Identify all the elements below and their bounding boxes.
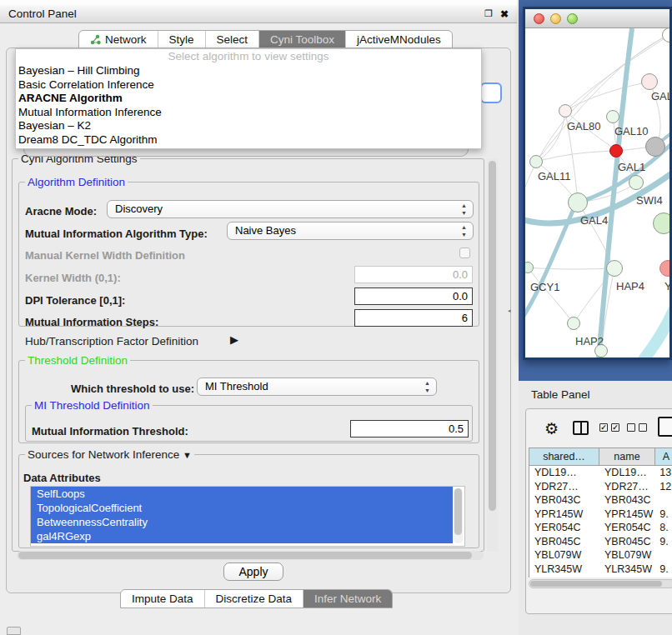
table-row[interactable]: YBL079WYBL079W xyxy=(529,548,672,562)
scrollbar-thumb[interactable] xyxy=(489,161,496,511)
table-cell[interactable]: YLR345W xyxy=(599,562,654,577)
unchecked-checkbox-icon[interactable] xyxy=(639,423,647,432)
table-cell[interactable] xyxy=(654,493,672,508)
tab-select[interactable]: Select xyxy=(206,31,260,48)
table-row[interactable]: YDR27…YDR27…12 xyxy=(529,480,672,494)
network-node-gal4[interactable] xyxy=(568,192,588,212)
table-row[interactable]: YLR345WYLR345W9. xyxy=(529,562,672,577)
table-row[interactable]: YBR043CYBR043C xyxy=(529,493,672,508)
table-cell[interactable]: 9. xyxy=(654,535,672,549)
columns-icon[interactable] xyxy=(573,421,589,435)
table-cell[interactable]: 9 xyxy=(654,576,672,578)
node-table[interactable]: shared…nameA YDL19…YDL19…13YDR27…YDR27…1… xyxy=(529,448,672,578)
tab-jactivemnodules[interactable]: jActiveMNodules xyxy=(346,31,452,48)
manual-kernel-checkbox[interactable] xyxy=(459,248,470,258)
dpi-tolerance-input[interactable] xyxy=(354,288,473,305)
table-cell[interactable]: YBL079W xyxy=(529,548,599,562)
table-horizontal-scrollbar[interactable] xyxy=(529,579,672,588)
checked-checkbox-icon[interactable]: ✓ xyxy=(611,423,619,432)
table-cell[interactable]: 13 xyxy=(654,466,672,480)
table-cell[interactable]: 9. xyxy=(654,508,672,522)
network-view-window[interactable]: GALGAL80GAL10GAL1GAL11SWI4GAL4HAP4YGCY1H… xyxy=(523,7,672,360)
network-window-titlebar[interactable] xyxy=(525,9,669,28)
attributes-vertical-scrollbar[interactable] xyxy=(454,488,463,543)
column-header[interactable]: name xyxy=(599,448,655,466)
table-cell[interactable]: YBR045C xyxy=(599,535,654,549)
aracne-mode-combobox[interactable]: Discovery ▲▼ xyxy=(107,200,474,218)
table-cell[interactable] xyxy=(654,548,672,562)
table-body[interactable]: YDL19…YDL19…13YDR27…YDR27…12YBR043CYBR04… xyxy=(529,466,672,578)
algorithm-option[interactable]: Dream8 DC_TDC Algorithm xyxy=(16,133,481,148)
network-node-gal10[interactable] xyxy=(606,110,619,123)
scrollbar-thumb[interactable] xyxy=(530,581,662,587)
table-cell[interactable]: 12 xyxy=(654,480,672,494)
tab-cyni-toolbox[interactable]: Cyni Toolbox xyxy=(259,31,346,48)
scrollbar-thumb[interactable] xyxy=(18,552,472,559)
table-row[interactable]: YDL19…YDL19…13 xyxy=(529,466,672,480)
table-cell[interactable]: YDL19… xyxy=(529,466,599,480)
mi-threshold-input[interactable] xyxy=(350,420,469,438)
table-cell[interactable]: YIL052C xyxy=(529,576,599,578)
table-cell[interactable]: YDR27… xyxy=(529,480,599,494)
network-node[interactable] xyxy=(594,344,608,358)
unchecked-checkbox-icon[interactable] xyxy=(627,423,635,432)
document-icon[interactable] xyxy=(658,417,672,437)
algorithm-combobox-fragment[interactable] xyxy=(480,82,502,103)
mi-steps-input[interactable] xyxy=(354,309,473,327)
which-threshold-combobox[interactable]: MI Threshold ▲▼ xyxy=(197,378,437,396)
table-cell[interactable]: YBL079W xyxy=(599,548,654,562)
kernel-width-input[interactable] xyxy=(354,266,473,283)
tab-style[interactable]: Style xyxy=(158,31,206,48)
algorithm-option[interactable]: Mutual Information Inference xyxy=(16,106,481,120)
bottom-left-widget[interactable] xyxy=(7,627,21,635)
mac-minimize-icon[interactable] xyxy=(550,13,561,24)
table-cell[interactable]: YBR045C xyxy=(529,535,599,549)
attribute-list-item-selected[interactable]: BetweennessCentrality xyxy=(31,515,453,529)
attribute-list-item-selected[interactable]: SelfLoops xyxy=(31,487,453,501)
table-cell[interactable]: YBR043C xyxy=(599,493,654,508)
mac-close-icon[interactable] xyxy=(534,13,544,24)
close-icon[interactable]: ✖ xyxy=(500,8,509,20)
apply-button[interactable]: Apply xyxy=(223,562,283,581)
table-cell[interactable]: YDL19… xyxy=(599,466,654,480)
tab-impute-data[interactable]: Impute Data xyxy=(121,590,205,608)
network-node-swi4[interactable] xyxy=(629,175,644,190)
data-attributes-list[interactable]: SelfLoopsTopologicalCoefficientBetweenne… xyxy=(30,486,465,547)
table-cell[interactable]: 8. xyxy=(654,521,672,535)
network-node[interactable] xyxy=(653,212,669,234)
attribute-list-item-selected[interactable]: gal4RGexp xyxy=(31,529,453,543)
table-cell[interactable]: 9. xyxy=(654,562,672,577)
table-cell[interactable]: YDR27… xyxy=(599,480,654,494)
network-node-hap2[interactable] xyxy=(567,317,580,330)
network-node-gal[interactable] xyxy=(641,73,658,90)
table-cell[interactable]: YER054C xyxy=(599,521,654,535)
table-row[interactable]: YBR045CYBR045C9. xyxy=(529,535,672,549)
network-node-gal1[interactable] xyxy=(609,144,623,158)
algorithm-option[interactable]: Bayesian – K2 xyxy=(16,119,481,133)
table-row[interactable]: YER054CYER054C8. xyxy=(529,521,672,535)
table-cell[interactable]: YER054C xyxy=(529,521,599,535)
settings-horizontal-scrollbar[interactable] xyxy=(17,551,484,560)
network-node-gal80[interactable] xyxy=(559,104,572,118)
column-header[interactable]: shared… xyxy=(529,448,599,466)
scrollbar-thumb[interactable] xyxy=(454,488,462,535)
mi-type-combobox[interactable]: Naive Bayes ▲▼ xyxy=(227,222,474,240)
tab-discretize-data[interactable]: Discretize Data xyxy=(205,590,304,608)
column-header[interactable]: A xyxy=(655,448,672,466)
table-cell[interactable]: YBR043C xyxy=(529,493,599,508)
sources-legend[interactable]: Sources for Network Inference ▼ xyxy=(25,448,194,461)
tab-infer-network[interactable]: Infer Network xyxy=(303,590,392,608)
network-node[interactable] xyxy=(645,137,665,157)
network-canvas[interactable]: GALGAL80GAL10GAL1GAL11SWI4GAL4HAP4YGCY1H… xyxy=(525,28,669,358)
algorithm-option[interactable]: Bayesian – Hill Climbing xyxy=(16,64,481,78)
collapsed-arrow-icon[interactable]: ▶ xyxy=(230,333,238,346)
table-cell[interactable]: YPR145W xyxy=(599,508,654,522)
settings-vertical-scrollbar[interactable] xyxy=(487,158,498,552)
tab-network[interactable]: Network xyxy=(79,31,158,48)
table-header-row[interactable]: shared…nameA xyxy=(529,448,672,466)
network-node-hap4[interactable] xyxy=(606,260,623,277)
gear-icon[interactable]: ⚙ xyxy=(544,419,559,438)
algorithm-option[interactable]: ARACNE Algorithm xyxy=(16,92,481,106)
checked-checkbox-icon[interactable]: ✓ xyxy=(599,423,608,432)
algorithm-option[interactable]: Basic Correlation Inference xyxy=(16,78,481,92)
